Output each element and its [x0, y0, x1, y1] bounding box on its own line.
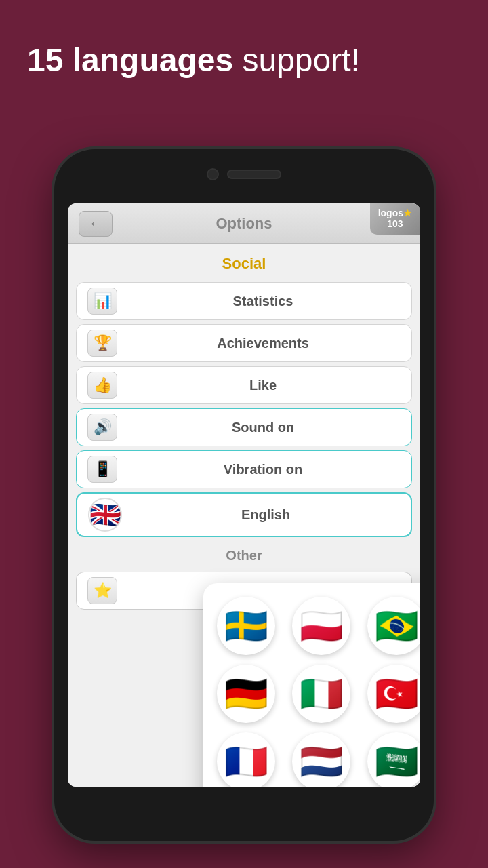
- vibration-icon: 📱: [87, 456, 117, 483]
- logos-count: 103: [378, 218, 412, 229]
- vibration-item[interactable]: 📱 Vibration on: [76, 450, 412, 488]
- flag-grid: 🇸🇪 🇵🇱 🇧🇷 🇮🇳 🇩🇪 🇮🇹 🇹🇷 🇮🇱 🇫🇷 🇳🇱 🇸🇦 🇰🇷 🇪🇸 🇵…: [217, 597, 420, 787]
- flag-france[interactable]: 🇫🇷: [217, 732, 275, 787]
- flag-germany[interactable]: 🇩🇪: [217, 665, 275, 723]
- phone-frame: ← Options logos★ 103 Social 📊 Statistics…: [54, 149, 434, 841]
- flag-poland[interactable]: 🇵🇱: [292, 597, 350, 655]
- statistics-icon: 📊: [87, 288, 117, 315]
- flag-saudi-arabia[interactable]: 🇸🇦: [367, 732, 420, 787]
- phone-camera: [207, 168, 219, 180]
- achievements-icon: 🏆: [87, 330, 117, 357]
- flag-italy[interactable]: 🇮🇹: [292, 665, 350, 723]
- statistics-label: Statistics: [125, 294, 401, 309]
- social-section-title: Social: [68, 244, 420, 278]
- sound-item[interactable]: 🔊 Sound on: [76, 408, 412, 446]
- header-normal: support!: [233, 42, 360, 78]
- logos-label: logos★: [378, 208, 412, 218]
- vibration-label: Vibration on: [125, 462, 401, 477]
- phone-screen: ← Options logos★ 103 Social 📊 Statistics…: [68, 203, 420, 787]
- flag-turkey[interactable]: 🇹🇷: [367, 665, 420, 723]
- language-flag: 🇬🇧: [88, 498, 122, 532]
- sound-icon: 🔊: [87, 414, 117, 441]
- achievements-label: Achievements: [125, 336, 401, 351]
- achievements-item[interactable]: 🏆 Achievements: [76, 324, 412, 362]
- statistics-item[interactable]: 📊 Statistics: [76, 282, 412, 320]
- app-header: ← Options logos★ 103: [68, 203, 420, 244]
- language-label: English: [131, 507, 400, 523]
- flag-brazil[interactable]: 🇧🇷: [367, 597, 420, 655]
- logos-badge: logos★ 103: [370, 203, 420, 235]
- like-label: Like: [125, 378, 401, 393]
- rate-star-icon: ⭐: [87, 577, 117, 604]
- phone-top: [207, 168, 281, 180]
- flag-sweden[interactable]: 🇸🇪: [217, 597, 275, 655]
- language-item[interactable]: 🇬🇧 English: [76, 492, 412, 537]
- sound-label: Sound on: [125, 420, 401, 435]
- phone-speaker: [227, 170, 281, 179]
- header-text: 15 languages support!: [27, 41, 461, 80]
- like-item[interactable]: 👍 Like: [76, 366, 412, 404]
- flag-popup: 🇸🇪 🇵🇱 🇧🇷 🇮🇳 🇩🇪 🇮🇹 🇹🇷 🇮🇱 🇫🇷 🇳🇱 🇸🇦 🇰🇷 🇪🇸 🇵…: [203, 583, 420, 787]
- other-section-title: Other: [68, 541, 420, 568]
- flag-netherlands[interactable]: 🇳🇱: [292, 732, 350, 787]
- app-title: Options: [79, 215, 409, 233]
- header-bold: 15 languages: [27, 42, 233, 78]
- like-icon: 👍: [87, 372, 117, 399]
